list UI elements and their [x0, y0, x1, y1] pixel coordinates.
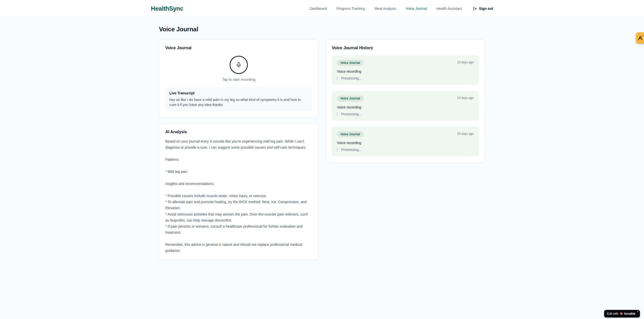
voice-recorder-card: Voice Journal Tap to start recording Liv…	[159, 39, 318, 117]
nav-item-progress-tracking[interactable]: Progress Tracking	[336, 7, 365, 11]
ai-analysis-title: AI Analysis	[165, 130, 312, 134]
record-button[interactable]	[230, 56, 248, 74]
ai-analysis-text: Based on your journal entry, it sounds l…	[165, 138, 312, 254]
entry-type-badge: Voice Journal	[337, 60, 364, 66]
recorder-card-title: Voice Journal	[165, 46, 312, 50]
mic-icon	[236, 62, 242, 68]
top-navbar: HealthSync Dashboard Progress Tracking M…	[0, 0, 644, 17]
page-title: Voice Journal	[159, 26, 485, 33]
nav-item-voice-journal[interactable]: Voice Journal	[406, 7, 427, 11]
right-column: Voice Journal History Voice Journal 15 d…	[326, 39, 485, 163]
gradient-heart-icon	[620, 312, 623, 315]
ai-analysis-card: AI Analysis Based on your journal entry,…	[159, 123, 318, 260]
entry-title: Voice recording	[337, 141, 474, 145]
entry-status: Processing...	[337, 76, 474, 80]
lovable-select-icon	[637, 35, 643, 41]
nav-item-dashboard[interactable]: Dashboard	[310, 7, 327, 11]
entry-timestamp: 15 days ago	[457, 95, 474, 100]
app-logo[interactable]: HealthSync	[151, 5, 183, 12]
tap-to-record-hint: Tap to start recording	[222, 77, 255, 82]
entry-timestamp: 15 days ago	[457, 60, 474, 64]
nav-item-meal-analysis[interactable]: Meal Analysis	[374, 7, 396, 11]
close-icon[interactable]: ×	[637, 310, 639, 313]
edit-with-lovable-badge[interactable]: Edit with lovable ×	[604, 310, 640, 317]
live-transcript-text: hey so like I do have a mild pain in my …	[169, 97, 308, 108]
live-transcript-box: Live Transcript hey so like I do have a …	[165, 88, 312, 111]
sign-out-button[interactable]: Sign out	[473, 7, 493, 11]
select-tool-badge[interactable]	[636, 32, 644, 44]
history-entry-list: Voice Journal 15 days ago Voice recordin…	[332, 55, 479, 156]
live-transcript-title: Live Transcript	[169, 91, 308, 95]
sign-out-label: Sign out	[479, 7, 493, 11]
main-content: Voice Journal Voice Journal Tap to start…	[159, 17, 485, 260]
entry-title: Voice recording	[337, 69, 474, 73]
entry-status: Processing...	[337, 112, 474, 116]
entry-type-badge: Voice Journal	[337, 95, 364, 101]
entry-status: Processing...	[337, 148, 474, 152]
nav-item-health-assistant[interactable]: Health Assistant	[437, 7, 462, 11]
left-column: Voice Journal Tap to start recording Liv…	[159, 39, 318, 260]
entry-timestamp: 15 days ago	[457, 131, 474, 136]
edit-badge-brand: lovable	[624, 312, 635, 315]
voice-journal-history-card: Voice Journal History Voice Journal 15 d…	[326, 39, 485, 163]
journal-entry[interactable]: Voice Journal 15 days ago Voice recordin…	[332, 55, 479, 85]
history-card-title: Voice Journal History	[332, 46, 479, 50]
edit-badge-prefix: Edit with	[607, 312, 618, 315]
journal-entry[interactable]: Voice Journal 15 days ago Voice recordin…	[332, 127, 479, 156]
main-nav: Dashboard Progress Tracking Meal Analysi…	[310, 7, 493, 11]
journal-entry[interactable]: Voice Journal 15 days ago Voice recordin…	[332, 91, 479, 120]
entry-title: Voice recording	[337, 105, 474, 109]
entry-type-badge: Voice Journal	[337, 131, 364, 137]
log-out-icon	[473, 7, 477, 11]
